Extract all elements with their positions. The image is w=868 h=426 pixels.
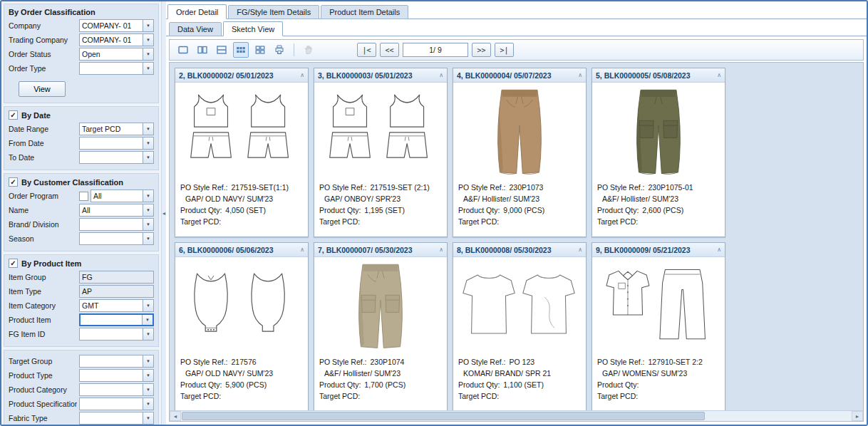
order-card[interactable]: 5, BLK0000005/ 05/08/2023 ∧ PO Style Ref…	[591, 68, 725, 237]
order-card-header[interactable]: 3, BLK0000003/ 05/01/2023 ∧	[314, 68, 447, 83]
field-value	[80, 233, 143, 244]
view-button[interactable]: View	[19, 81, 66, 97]
field-combo[interactable]: ▼	[79, 313, 154, 326]
field-combo[interactable]: GMT ▼	[79, 299, 154, 312]
order-card-header[interactable]: 9, BLK0000009/ 05/21/2023 ∧	[592, 243, 725, 257]
section-checkbox[interactable]	[9, 259, 18, 268]
collapse-card-icon[interactable]: ∧	[439, 246, 443, 253]
section-checkbox[interactable]	[9, 177, 18, 187]
main-tab[interactable]: Product Item Details	[321, 5, 408, 19]
prev-page-button[interactable]: <<	[380, 43, 399, 57]
scrollbar-track[interactable]	[181, 411, 852, 421]
grid-view-icon[interactable]	[233, 42, 249, 58]
product-qty-label: Product Qty:	[319, 206, 361, 214]
order-card-header[interactable]: 8, BLK0000008/ 05/30/2023 ∧	[453, 243, 586, 257]
scroll-right-icon[interactable]: ►	[852, 411, 863, 421]
field-combo[interactable]: ▼	[79, 137, 154, 150]
field-combo[interactable]: ▼	[79, 412, 154, 425]
field-checkbox[interactable]	[79, 192, 88, 201]
field-combo[interactable]: COMPANY- 01 ▼	[79, 19, 154, 32]
collapse-card-icon[interactable]: ∧	[300, 72, 304, 78]
print-icon[interactable]	[272, 42, 287, 58]
split-pane-view-icon[interactable]	[214, 42, 229, 58]
dropdown-arrow-icon[interactable]: ▼	[143, 48, 153, 60]
order-card-header[interactable]: 2, BLK0000002/ 05/01/2023 ∧	[175, 68, 308, 83]
field-combo[interactable]: COMPANY- 01 ▼	[79, 33, 154, 46]
collapse-card-icon[interactable]: ∧	[717, 72, 721, 78]
dropdown-arrow-icon[interactable]: ▼	[143, 370, 153, 381]
dropdown-arrow-icon[interactable]: ▼	[143, 398, 153, 410]
field-combo[interactable]: ▼	[79, 62, 154, 75]
section-checkbox[interactable]	[9, 110, 18, 120]
main-tab[interactable]: Order Detail	[167, 4, 227, 19]
field-combo[interactable]: ▼	[79, 369, 154, 382]
field-combo[interactable]: ▼	[79, 232, 154, 245]
scrollbar-thumb[interactable]	[182, 412, 705, 420]
order-card[interactable]: 2, BLK0000002/ 05/01/2023 ∧ PO Style Ref…	[175, 68, 309, 237]
order-card[interactable]: 6, BLK0000006/ 05/06/2023 ∧ PO Style Ref…	[175, 242, 309, 410]
field-label: To Date	[9, 153, 77, 162]
dropdown-arrow-icon[interactable]: ▼	[143, 300, 153, 311]
dropdown-arrow-icon[interactable]: ▼	[143, 152, 153, 163]
sidebar-splitter[interactable]: ◄	[161, 1, 166, 425]
collapse-card-icon[interactable]: ∧	[439, 72, 443, 78]
dropdown-arrow-icon[interactable]: ▼	[143, 233, 153, 244]
field-combo[interactable]: ▼	[79, 328, 154, 341]
field-value	[80, 398, 143, 410]
field-combo[interactable]: ▼	[79, 355, 154, 368]
po-style-ref-line: PO Style Ref.:230P1075-01	[597, 183, 720, 192]
last-page-button[interactable]: >|	[495, 43, 514, 57]
field-combo[interactable]: AP ▼	[79, 285, 154, 298]
collapse-card-icon[interactable]: ∧	[578, 246, 582, 253]
order-card[interactable]: 7, BLK0000007/ 05/30/2023 ∧ PO Style Ref…	[314, 242, 448, 410]
horizontal-scrollbar[interactable]: ◄ ►	[170, 410, 863, 421]
dropdown-arrow-icon[interactable]: ▼	[143, 355, 153, 367]
field-combo[interactable]: All ▼	[91, 189, 154, 202]
dropdown-arrow-icon[interactable]: ▼	[143, 20, 153, 31]
collapse-card-icon[interactable]: ∧	[717, 246, 721, 253]
order-card[interactable]: 3, BLK0000003/ 05/01/2023 ∧ PO Style Ref…	[314, 68, 448, 237]
scroll-left-icon[interactable]: ◄	[170, 411, 181, 421]
single-pane-view-icon[interactable]	[175, 42, 191, 58]
dropdown-arrow-icon[interactable]: ▼	[143, 328, 153, 340]
view-tab[interactable]: Data View	[169, 22, 222, 36]
order-card-header[interactable]: 4, BLK0000004/ 05/07/2023 ∧	[453, 68, 586, 83]
dropdown-arrow-icon[interactable]: ▼	[143, 34, 153, 46]
collapse-card-icon[interactable]: ∧	[300, 246, 304, 253]
two-pane-view-icon[interactable]	[195, 42, 210, 58]
order-card[interactable]: 8, BLK0000008/ 05/30/2023 ∧ PO Style Ref…	[453, 242, 587, 410]
field-combo[interactable]: Open ▼	[79, 48, 154, 61]
order-card-header[interactable]: 7, BLK0000007/ 05/30/2023 ∧	[314, 243, 447, 257]
field-combo[interactable]: Target PCD ▼	[79, 123, 154, 135]
dropdown-arrow-icon[interactable]: ▼	[142, 315, 153, 325]
dropdown-arrow-icon[interactable]: ▼	[143, 219, 153, 230]
field-combo[interactable]: ▼	[79, 151, 154, 164]
dropdown-arrow-icon[interactable]: ▼	[143, 412, 153, 424]
field-combo[interactable]: ▼	[79, 218, 154, 231]
po-style-ref-label: PO Style Ref.:	[319, 183, 367, 192]
dropdown-arrow-icon[interactable]: ▼	[143, 204, 153, 216]
field-combo[interactable]: ▼	[79, 398, 154, 410]
page-indicator[interactable]: 1/ 9	[403, 43, 468, 57]
order-card[interactable]: 4, BLK0000004/ 05/07/2023 ∧ PO Style Ref…	[453, 68, 587, 237]
field-value	[80, 412, 143, 424]
thumbnail-view-icon[interactable]	[252, 42, 268, 58]
product-qty-label: Product Qty:	[180, 380, 222, 389]
dropdown-arrow-icon[interactable]: ▼	[143, 63, 153, 74]
field-combo[interactable]: FG ▼	[79, 271, 154, 284]
collapse-card-icon[interactable]: ∧	[578, 72, 582, 78]
main-tab[interactable]: FG/Style Item Details	[228, 5, 319, 19]
next-page-button[interactable]: >>	[472, 43, 491, 57]
order-card-header[interactable]: 6, BLK0000006/ 05/06/2023 ∧	[175, 243, 308, 257]
field-combo[interactable]: ▼	[79, 383, 154, 396]
dropdown-arrow-icon[interactable]: ▼	[143, 137, 153, 149]
order-card-header[interactable]: 5, BLK0000005/ 05/08/2023 ∧	[592, 68, 725, 83]
dropdown-arrow-icon[interactable]: ▼	[143, 123, 153, 135]
dropdown-arrow-icon[interactable]: ▼	[143, 384, 153, 395]
first-page-button[interactable]: |<	[357, 43, 376, 57]
field-combo[interactable]: All ▼	[79, 204, 154, 217]
po-style-ref-line: PO Style Ref.:127910-SET 2:2	[597, 358, 720, 366]
dropdown-arrow-icon[interactable]: ▼	[143, 190, 153, 202]
view-tab[interactable]: Sketch View	[223, 21, 283, 36]
order-card[interactable]: 9, BLK0000009/ 05/21/2023 ∧ PO Style Ref…	[591, 242, 725, 410]
